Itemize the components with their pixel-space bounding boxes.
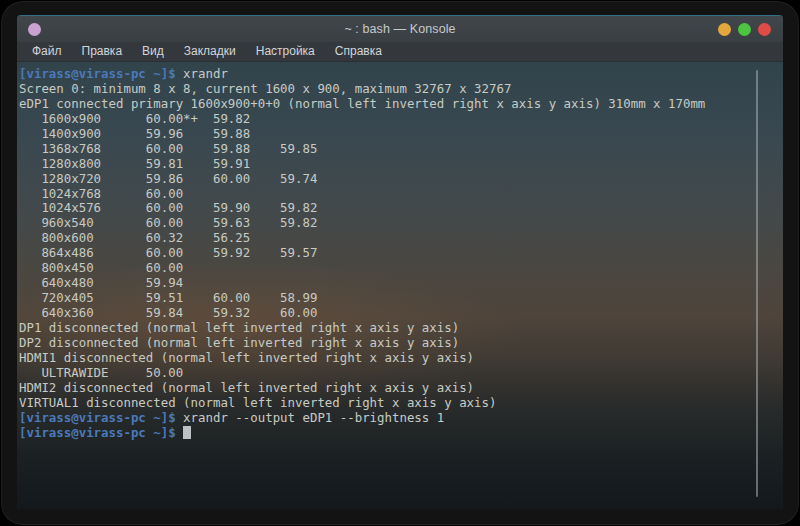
terminal-line: 1400x900 59.96 59.88 (19, 127, 753, 142)
menu-item-bookmarks[interactable]: Закладки (174, 42, 246, 61)
command-output-text: 640x360 59.84 59.32 60.00 (19, 305, 317, 320)
terminal-line: Screen 0: minimum 8 x 8, current 1600 x … (19, 82, 753, 97)
terminal-line: 640x480 59.94 (19, 276, 753, 291)
terminal-line: 1600x900 60.00*+ 59.82 (19, 112, 753, 127)
terminal-line: 1368x768 60.00 59.88 59.85 (19, 142, 753, 157)
terminal-line: HDMI2 disconnected (normal left inverted… (19, 381, 753, 396)
command-output-text: DP2 disconnected (normal left inverted r… (19, 335, 459, 350)
terminal-output: [virass@virass-pc ~]$ xrandrScreen 0: mi… (19, 67, 753, 440)
command-output-text: 1280x720 59.86 60.00 59.74 (19, 171, 317, 186)
konsole-window: ~ : bash — Konsole Файл Правка Вид Закла… (17, 15, 783, 509)
shell-command: xrandr (176, 66, 228, 81)
terminal-line: ULTRAWIDE 50.00 (19, 366, 753, 381)
menu-item-settings[interactable]: Настройка (246, 42, 325, 61)
command-output-text: 1600x900 60.00*+ 59.82 (19, 111, 250, 126)
command-output-text: HDMI2 disconnected (normal left inverted… (19, 380, 474, 395)
terminal-line: 960x540 60.00 59.63 59.82 (19, 216, 753, 231)
command-output-text: HDMI1 disconnected (normal left inverted… (19, 350, 474, 365)
command-output-text: 1024x768 60.00 (19, 186, 183, 201)
terminal-line: 800x450 60.00 (19, 261, 753, 276)
desktop-screenshot: ~ : bash — Konsole Файл Правка Вид Закла… (0, 0, 800, 526)
terminal-line: DP1 disconnected (normal left inverted r… (19, 321, 753, 336)
menu-item-file[interactable]: Файл (22, 42, 72, 61)
command-output-text: 960x540 60.00 59.63 59.82 (19, 215, 317, 230)
window-title: ~ : bash — Konsole (17, 22, 783, 36)
terminal-cursor (183, 426, 191, 439)
terminal-line: [virass@virass-pc ~]$ (19, 426, 753, 441)
menubar: Файл Правка Вид Закладки Настройка Справ… (17, 42, 783, 62)
window-frame: ~ : bash — Konsole Файл Правка Вид Закла… (1, 1, 799, 525)
shell-prompt: [virass@virass-pc ~]$ (19, 425, 176, 440)
command-output-text: 864x486 60.00 59.92 59.57 (19, 245, 317, 260)
menu-item-view[interactable]: Вид (132, 42, 174, 61)
command-output-text: Screen 0: minimum 8 x 8, current 1600 x … (19, 81, 511, 96)
command-output-text: 800x450 60.00 (19, 260, 183, 275)
terminal-line: 1024x768 60.00 (19, 187, 753, 202)
terminal-line: [virass@virass-pc ~]$ xrandr --output eD… (19, 411, 753, 426)
shell-prompt: [virass@virass-pc ~]$ (19, 410, 176, 425)
command-output-text: ULTRAWIDE 50.00 (19, 365, 183, 380)
command-output-text: VIRTUAL1 disconnected (normal left inver… (19, 395, 496, 410)
terminal-line: 864x486 60.00 59.92 59.57 (19, 246, 753, 261)
command-output-text: 1280x800 59.81 59.91 (19, 156, 250, 171)
titlebar[interactable]: ~ : bash — Konsole (17, 16, 783, 42)
scrollbar-thumb[interactable] (756, 70, 758, 497)
menu-item-edit[interactable]: Правка (72, 42, 133, 61)
terminal-line: 1280x800 59.81 59.91 (19, 157, 753, 172)
terminal-line: [virass@virass-pc ~]$ xrandr (19, 67, 753, 82)
shell-command (176, 425, 183, 440)
command-output-text: 720x405 59.51 60.00 58.99 (19, 290, 317, 305)
menu-item-help[interactable]: Справка (325, 42, 392, 61)
terminal-line: 800x600 60.32 56.25 (19, 231, 753, 246)
window-buttons (718, 16, 771, 42)
terminal-line: 1024x576 60.00 59.90 59.82 (19, 201, 753, 216)
terminal-line: 640x360 59.84 59.32 60.00 (19, 306, 753, 321)
command-output-text: 640x480 59.94 (19, 275, 183, 290)
command-output-text: eDP1 connected primary 1600x900+0+0 (nor… (19, 96, 705, 111)
close-button[interactable] (758, 23, 771, 36)
terminal-line: HDMI1 disconnected (normal left inverted… (19, 351, 753, 366)
command-output-text: 1400x900 59.96 59.88 (19, 126, 250, 141)
shell-prompt: [virass@virass-pc ~]$ (19, 66, 176, 81)
terminal-view[interactable]: [virass@virass-pc ~]$ xrandrScreen 0: mi… (17, 62, 783, 509)
terminal-line: 1280x720 59.86 60.00 59.74 (19, 172, 753, 187)
command-output-text: 800x600 60.32 56.25 (19, 230, 250, 245)
command-output-text: 1368x768 60.00 59.88 59.85 (19, 141, 317, 156)
terminal-line: DP2 disconnected (normal left inverted r… (19, 336, 753, 351)
terminal-line: eDP1 connected primary 1600x900+0+0 (nor… (19, 97, 753, 112)
terminal-line: 720x405 59.51 60.00 58.99 (19, 291, 753, 306)
command-output-text: DP1 disconnected (normal left inverted r… (19, 320, 459, 335)
minimize-button[interactable] (718, 23, 731, 36)
maximize-button[interactable] (738, 23, 751, 36)
command-output-text: 1024x576 60.00 59.90 59.82 (19, 200, 317, 215)
terminal-line: VIRTUAL1 disconnected (normal left inver… (19, 396, 753, 411)
shell-command: xrandr --output eDP1 --brightness 1 (176, 410, 445, 425)
